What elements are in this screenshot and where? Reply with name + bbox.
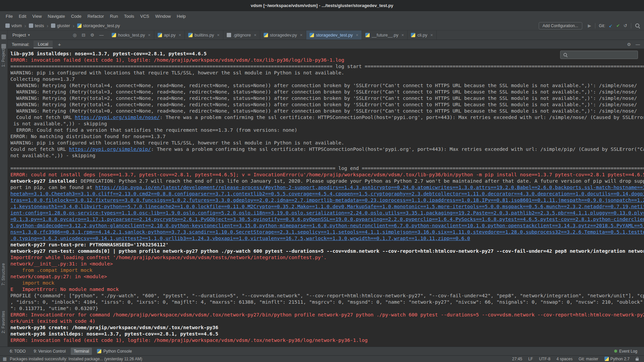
terminal-link[interactable]: .0,typing==3.6.2,unicodecsv==0.14.1,unit… [10, 236, 470, 241]
tool-stripe-structure-button[interactable]: 7: Structure [1, 263, 6, 286]
gear-icon[interactable]: ⚙ [627, 42, 631, 47]
editor-tab-hooks-test-py[interactable]: hooks_test.py× [108, 31, 154, 40]
hide-panel-icon[interactable]: — [99, 33, 104, 38]
menu-item-edit[interactable]: Edit [16, 12, 29, 20]
terminal-tab-local[interactable]: Local [34, 41, 53, 48]
close-icon[interactable]: × [300, 33, 303, 38]
menu-item-file[interactable]: File [3, 12, 16, 20]
menu-item-tools[interactable]: Tools [121, 12, 137, 20]
terminal-link[interactable]: https://pypi.org/simple/pip/ [69, 146, 151, 152]
terminal-line: network-py27 run-test: commands[0] | pyt… [10, 248, 644, 254]
py-icon [112, 33, 116, 37]
status-message[interactable]: Packages installed successfully: Install… [10, 357, 142, 361]
terminal-text: WARNING: pip is configured with location… [10, 70, 344, 75]
tool-stripe-project-button[interactable]: 1: Project [1, 49, 6, 67]
terminal-link[interactable]: ient-config==1.28.0,os-service-types==1.… [10, 210, 644, 216]
breadcrumb-item-gluster[interactable]: gluster [51, 23, 70, 28]
status-widget-4-spaces[interactable]: 4 spaces [556, 357, 573, 361]
tool-window-button-9-version-control[interactable]: 9: Version Control [31, 348, 69, 355]
terminal-link[interactable]: https://pypi.org/simple/nose/ [75, 115, 160, 120]
close-icon[interactable]: × [430, 33, 433, 38]
terminal-line: .0,typing==3.6.2,unicodecsv==0.14.1,unit… [10, 235, 644, 242]
terminal-line: is not available.",)) - skipping [10, 121, 644, 127]
git-commit-icon[interactable]: ✔ [616, 23, 620, 28]
search-everywhere-icon[interactable] [635, 23, 640, 28]
menu-item-help[interactable]: Help [174, 12, 189, 20]
status-widget-git-master[interactable]: Git: master [579, 357, 598, 361]
tool-window-button-python-console[interactable]: Python Console [94, 348, 135, 355]
breadcrumb-item-tests[interactable]: tests [29, 23, 44, 28]
terminal-text: Could not fetch URL [10, 146, 69, 152]
menu-item-code[interactable]: Code [68, 12, 85, 20]
terminal-output[interactable]: lib-py36 installdeps: nose==1.3.7, pytes… [8, 49, 644, 347]
terminal-search-input[interactable] [570, 53, 635, 57]
menu-item-navigate[interactable]: Navigate [45, 12, 68, 20]
editor-tab-builtins-py[interactable]: builtins.py× [185, 31, 223, 40]
lock-icon[interactable] [636, 358, 639, 361]
new-terminal-session-icon[interactable]: + [57, 42, 62, 47]
minimize-icon[interactable]: — [636, 42, 640, 47]
close-icon[interactable]: × [401, 33, 404, 38]
editor-tab-storagedev-py[interactable]: storagedev.py× [260, 31, 306, 40]
editor-tab-storagedev-test-py[interactable]: storagedev_test.py× [306, 31, 362, 40]
tool-stripe-favorites-button[interactable]: 2: Favorites [1, 311, 6, 334]
tool-window-button-label: 9: Version Control [34, 349, 66, 354]
status-widget-27-45[interactable]: 27:45 [512, 357, 522, 361]
status-widget-utf-8[interactable]: UTF-8 [539, 357, 550, 361]
terminal-link[interactable]: heetah==3.1.0,Cheetah3==3.1.0,cliff==2.1… [10, 191, 644, 196]
collapse-all-icon[interactable]: ⊟ [82, 33, 85, 38]
menu-item-refactor[interactable]: Refactor [85, 12, 107, 20]
tool-window-bar: 6: TODO9: Version ControlTerminalPython … [0, 347, 644, 355]
menu-item-window[interactable]: Window [152, 12, 174, 20]
menu-item-vcs[interactable]: VCS [137, 12, 152, 20]
terminal-text: is not available.",)) - skipping [10, 121, 107, 126]
terminal-line: WARNING: Retrying (Retry(total=3, connec… [10, 89, 644, 95]
status-widget-python-2-7[interactable]: Python 2.7 [604, 357, 630, 361]
status-widget-lf[interactable]: LF [528, 357, 533, 361]
locate-file-icon[interactable]: ◎ [73, 33, 76, 38]
terminal-line: WARNING: pip is configured with location… [10, 70, 644, 76]
tool-window-stripe-icon[interactable] [1, 44, 6, 49]
terminal-link[interactable]: =0.1.3,py==1.8.0,pycairo==1.17.1,pycpars… [10, 217, 644, 222]
title-bar[interactable]: vdsm [~/workspace/vdsm/vdsm] - .../tests… [0, 0, 644, 11]
tab-label: builtins.py [195, 33, 214, 38]
breadcrumb-item-storagedev-test-py[interactable]: storagedev_test.py [77, 23, 120, 28]
tool-window-stripe-icon[interactable] [1, 35, 6, 39]
menu-item-view[interactable]: View [29, 12, 45, 20]
tab-label: storagedev.py [270, 33, 297, 38]
terminal-line: ERROR: invocation failed (exit code 1), … [10, 337, 644, 344]
close-icon[interactable]: × [179, 33, 181, 38]
run-icon[interactable]: ▶ [588, 23, 591, 28]
file-icon [227, 33, 231, 37]
close-icon[interactable]: × [254, 33, 257, 38]
gear-icon[interactable]: ⚙ [90, 33, 94, 38]
py-icon [310, 33, 314, 37]
editor-tab-gitignore[interactable]: .gitignore× [223, 31, 260, 40]
tool-window-button-terminal[interactable]: Terminal [71, 348, 92, 355]
terminal-text: network/__init__.py:31: in <module> [10, 261, 113, 266]
terminal-line: ERROR: could not install deps [nose==1.3… [10, 172, 644, 178]
close-icon[interactable]: × [356, 33, 359, 38]
add-configuration-button[interactable]: Add Configuration... [539, 22, 582, 29]
event-log-button[interactable]: Event Log [612, 348, 639, 355]
terminal-link[interactable]: .1,keystoneauth1==3.4.0,libvirt-python==… [10, 204, 644, 209]
close-icon[interactable]: × [148, 33, 151, 38]
tab-label: hooks_test.py [118, 33, 145, 38]
editor-tab-cli-py[interactable]: cli.py× [408, 31, 436, 40]
status-widget-label: Python 2.7 [610, 357, 630, 361]
git-update-icon[interactable]: ↙ [609, 23, 612, 28]
git-revert-icon[interactable]: ↺ [624, 23, 627, 28]
terminal-link[interactable]: https://pip.pypa.io/en/latest/developmen… [95, 185, 644, 190]
breadcrumb-item-vdsm[interactable]: vdsm [5, 23, 22, 28]
terminal-link[interactable]: tras==1.0.0,filelock==3.0.12,fixtures==3… [10, 197, 644, 203]
project-panel-title[interactable]: Project [12, 33, 26, 38]
close-icon[interactable]: × [217, 33, 220, 38]
tool-window-button-6-todo[interactable]: 6: TODO [7, 348, 29, 355]
editor-tab-api-py[interactable]: api.py× [154, 31, 185, 40]
terminal-link[interactable]: 5,python-dmidecode==3.12.2,python-glance… [10, 223, 644, 228]
terminal-link[interactable]: ns==1.3.0,rfc3986==0.3.1,rpm==4.14.2.1,s… [10, 229, 644, 235]
tool-window-switcher-icon[interactable]: ▦ [3, 357, 7, 361]
menu-item-run[interactable]: Run [107, 12, 121, 20]
chevron-down-icon[interactable]: ▾ [28, 33, 30, 37]
editor-tab-future-py[interactable]: __future__.py× [362, 31, 408, 40]
